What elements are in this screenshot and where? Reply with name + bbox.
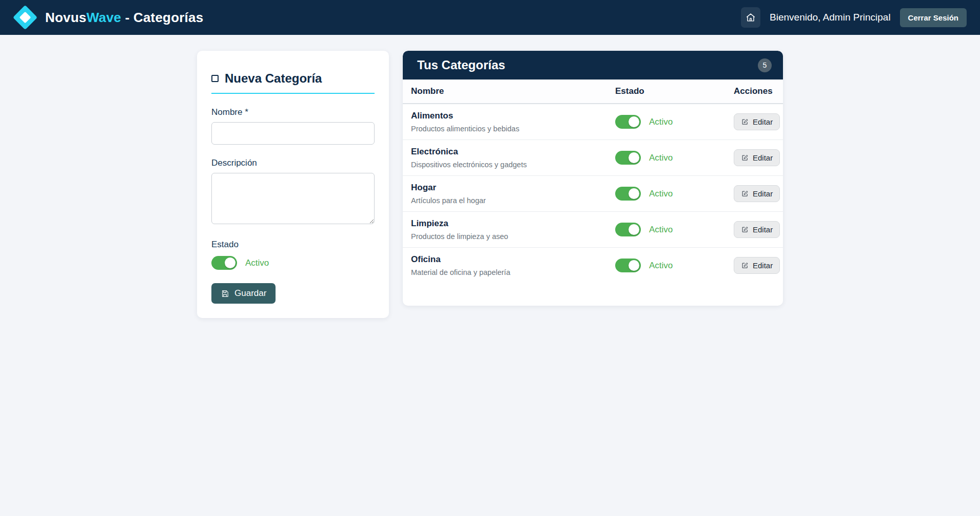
brand-suffix: - Categorías (121, 10, 203, 25)
edit-label: Editar (753, 261, 773, 270)
save-label: Guardar (234, 288, 266, 299)
column-header-estado: Estado (615, 86, 734, 96)
toggle-knob (629, 152, 639, 163)
edit-label: Editar (753, 189, 773, 198)
name-cell: Limpieza Productos de limpieza y aseo (411, 219, 615, 241)
brand-primary: Novus (45, 10, 86, 25)
nombre-label: Nombre * (211, 107, 375, 117)
column-header-acciones: Acciones (734, 86, 775, 96)
status-badge: Activo (649, 189, 673, 199)
toggle-knob (225, 257, 236, 268)
estado-label: Estado (211, 240, 375, 250)
category-description: Artículos para el hogar (411, 196, 615, 205)
status-toggle[interactable] (615, 115, 641, 129)
category-name: Electrónica (411, 147, 615, 157)
name-cell: Oficina Material de oficina y papelería (411, 254, 615, 276)
categories-title: Tus Categorías (417, 58, 505, 72)
novuswave-logo-icon (13, 5, 37, 30)
brand-accent: Wave (86, 10, 121, 25)
status-cell: Activo (615, 151, 734, 165)
edit-label: Editar (753, 225, 773, 234)
table-row: Hogar Artículos para el hogar Activo Edi… (403, 176, 783, 212)
toggle-knob (629, 188, 639, 199)
app-header: NovusWave - Categorías Bienvenido, Admin… (0, 0, 980, 35)
descripcion-label: Descripción (211, 158, 375, 168)
page-title: NovusWave - Categorías (45, 10, 203, 26)
brand: NovusWave - Categorías (13, 9, 203, 26)
name-cell: Electrónica Dispositivos electrónicos y … (411, 147, 615, 169)
count-badge: 5 (758, 58, 772, 72)
estado-value: Activo (245, 258, 269, 268)
status-toggle[interactable] (615, 259, 641, 272)
status-badge: Activo (649, 153, 673, 163)
pencil-square-icon (741, 262, 749, 269)
header-right: Bienvenido, Admin Principal Cerrar Sesió… (741, 7, 967, 28)
status-cell: Activo (615, 115, 734, 129)
edit-button[interactable]: Editar (734, 185, 780, 202)
category-name: Limpieza (411, 219, 615, 229)
edit-button[interactable]: Editar (734, 221, 780, 238)
status-toggle[interactable] (615, 151, 641, 165)
category-description: Productos alimenticios y bebidas (411, 125, 615, 133)
welcome-text: Bienvenido, Admin Principal (770, 12, 891, 23)
status-toggle[interactable] (615, 187, 641, 201)
home-button[interactable] (741, 7, 760, 28)
pencil-square-icon (741, 226, 749, 233)
edit-button[interactable]: Editar (734, 257, 780, 274)
logo-inner-diamond (19, 12, 31, 24)
descripcion-textarea[interactable] (211, 173, 375, 224)
status-toggle[interactable] (615, 223, 641, 236)
pencil-square-icon (741, 154, 749, 162)
table-row: Alimentos Productos alimenticios y bebid… (403, 104, 783, 140)
main-content: Nueva Categoría Nombre * Descripción Est… (197, 51, 783, 318)
toggle-knob (629, 116, 639, 127)
status-badge: Activo (649, 261, 673, 271)
category-name: Oficina (411, 254, 615, 265)
save-button[interactable]: Guardar (211, 283, 276, 304)
estado-toggle[interactable] (211, 256, 237, 270)
edit-label: Editar (753, 117, 773, 126)
toggle-knob (629, 224, 639, 235)
floppy-save-icon (221, 289, 229, 298)
edit-button[interactable]: Editar (734, 149, 780, 166)
status-cell: Activo (615, 187, 734, 201)
table-row: Limpieza Productos de limpieza y aseo Ac… (403, 212, 783, 248)
edit-button[interactable]: Editar (734, 113, 780, 130)
house-icon (745, 12, 756, 23)
column-header-nombre: Nombre (411, 86, 615, 96)
pencil-square-icon (741, 118, 749, 126)
nombre-input[interactable] (211, 122, 375, 145)
estado-row: Activo (211, 256, 375, 270)
logout-button[interactable]: Cerrar Sesión (900, 8, 967, 27)
status-badge: Activo (649, 225, 673, 235)
form-title-text: Nueva Categoría (225, 71, 322, 86)
category-name: Hogar (411, 183, 615, 193)
table-row: Oficina Material de oficina y papelería … (403, 248, 783, 283)
toggle-knob (629, 260, 639, 271)
name-cell: Hogar Artículos para el hogar (411, 183, 615, 205)
square-outline-icon (211, 75, 219, 82)
status-cell: Activo (615, 223, 734, 236)
categories-card-header: Tus Categorías 5 (403, 51, 783, 80)
table-row: Electrónica Dispositivos electrónicos y … (403, 140, 783, 176)
pencil-square-icon (741, 190, 749, 197)
name-cell: Alimentos Productos alimenticios y bebid… (411, 111, 615, 133)
category-description: Material de oficina y papelería (411, 268, 615, 276)
status-cell: Activo (615, 259, 734, 272)
new-category-card: Nueva Categoría Nombre * Descripción Est… (197, 51, 389, 318)
table-header-row: Nombre Estado Acciones (403, 80, 783, 104)
categories-card: Tus Categorías 5 Nombre Estado Acciones … (403, 51, 783, 306)
status-badge: Activo (649, 117, 673, 127)
form-card-title: Nueva Categoría (211, 71, 375, 94)
edit-label: Editar (753, 153, 773, 162)
category-description: Productos de limpieza y aseo (411, 232, 615, 241)
category-description: Dispositivos electrónicos y gadgets (411, 161, 615, 169)
category-name: Alimentos (411, 111, 615, 121)
